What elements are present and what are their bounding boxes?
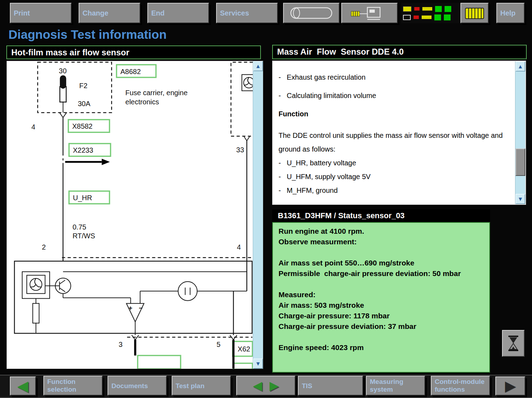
wiring-diagram: 30 F2 30A 4 A8682 Fuse carrier, engine e…: [7, 61, 253, 369]
capsule-tool-button[interactable]: [283, 3, 340, 23]
function-selection-button[interactable]: Function selection: [43, 376, 103, 396]
connector-and-module-icon: [348, 5, 391, 22]
yellow-led: [422, 7, 432, 11]
terminal-30-label: 30: [59, 67, 67, 75]
status-line: Air mass: 503 mg/stroke: [279, 300, 484, 311]
capsule-icon: [288, 6, 335, 20]
pin-3-label: 3: [119, 341, 123, 348]
documents-label: Documents: [111, 382, 148, 390]
status-line: [279, 279, 484, 289]
change-button-label: Change: [82, 9, 108, 17]
pin-chevron: [244, 136, 250, 141]
connector-link-x8582[interactable]: X8582: [68, 120, 110, 132]
page-title: Diagnosis Test information: [8, 27, 167, 42]
pin-2-label: 2: [42, 243, 46, 251]
measuring-cell-symbol: [178, 282, 197, 301]
arrow-up-icon: ▲: [518, 64, 523, 69]
forward-button[interactable]: ▶: [495, 376, 525, 396]
green-led: [434, 14, 441, 20]
status-line: Air mass set point 550…690 mg/stroke: [279, 258, 484, 268]
connector-link-partial[interactable]: [233, 363, 252, 369]
sensor-element: [22, 272, 50, 299]
yellow-connector-icon: [464, 5, 485, 21]
status-line: Measured:: [279, 289, 484, 300]
component-link-a8682[interactable]: A8682: [117, 65, 156, 78]
status-line: Charge-air pressure deviation: 37 mbar: [279, 321, 484, 332]
signal-link-u-hr[interactable]: U_HR: [69, 191, 110, 204]
green-led: [445, 6, 451, 12]
pin-5-label: 5: [216, 341, 220, 348]
back-button[interactable]: ◀: [10, 376, 36, 396]
help-button[interactable]: Help: [496, 3, 525, 23]
fuse-rating-label: 30A: [78, 100, 91, 108]
x8582-label: X8582: [72, 122, 93, 130]
info-text: - Exhaust gas recirculation - Calculatin…: [273, 61, 515, 204]
end-button-label: End: [151, 9, 165, 17]
info-scrollbar-thumb[interactable]: [515, 148, 525, 176]
info-panel-header: Mass Air Flow Sensor DDE 4.0: [272, 45, 527, 59]
diagram-scrollbar-track[interactable]: [253, 71, 263, 359]
documents-button[interactable]: Documents: [108, 376, 167, 396]
diagram-panel-header: Hot-film mass air flow sensor: [6, 45, 261, 59]
print-button-label: Print: [14, 9, 30, 17]
measurement-result-box: Run engine at 4100 rpm. Observe measurme…: [272, 222, 490, 373]
diagnostic-plug-button[interactable]: [460, 3, 489, 23]
svg-text:−: −: [139, 304, 142, 312]
page-forward-arrow-icon: ▶: [270, 381, 279, 390]
info-bullet: - U_HR, battery voltage: [279, 156, 511, 170]
green-led: [444, 14, 451, 20]
wire-size-label: 0.75: [73, 223, 86, 231]
info-bullet: - M_HFM, ground: [279, 184, 511, 197]
pin-4-label: 4: [31, 123, 35, 131]
diagram-scroll-up-button[interactable]: ▲: [253, 61, 263, 71]
diagnosis-screen: Print Change End Services: [0, 0, 532, 398]
info-bullet: - U_HFM, supply voltage 5V: [279, 170, 511, 184]
connection-tool-button[interactable]: [341, 3, 398, 23]
back-arrow-icon: ◀: [18, 379, 28, 393]
fuse-name-label: F2: [79, 82, 87, 90]
info-scrollbar-track[interactable]: [515, 72, 525, 194]
control-module-functions-label: Control-module functions: [435, 378, 486, 393]
status-indicator-row: [401, 6, 459, 12]
info-scrollbar[interactable]: ▲ ▼: [515, 61, 525, 204]
info-bullet: - Exhaust gas recirculation: [279, 71, 511, 84]
info-panel: - Exhaust gas recirculation - Calculatin…: [272, 61, 526, 205]
x2233-label: X2233: [73, 146, 93, 154]
print-button[interactable]: Print: [10, 3, 72, 23]
info-panel-title: Mass Air Flow Sensor DDE 4.0: [277, 47, 404, 56]
test-plan-label: Test plan: [176, 382, 204, 390]
right-component-outline: [231, 62, 253, 136]
connector-mini-icon: [403, 6, 411, 12]
page-back-arrow-icon: ◀: [253, 381, 262, 390]
yellow-led: [422, 16, 432, 19]
diagram-scroll-down-button[interactable]: ▼: [253, 359, 263, 369]
wiring-diagram-panel: 30 F2 30A 4 A8682 Fuse carrier, engine e…: [6, 61, 263, 369]
measuring-system-button[interactable]: Measuring system: [366, 376, 425, 396]
connector-link-partial[interactable]: [137, 355, 181, 369]
services-button[interactable]: Services: [216, 3, 278, 23]
services-button-label: Services: [220, 9, 249, 17]
end-button[interactable]: End: [147, 3, 209, 23]
info-heading-function: Function: [279, 107, 511, 121]
tis-button[interactable]: TIS: [298, 376, 363, 396]
status-line: [279, 247, 484, 258]
help-button-label: Help: [500, 9, 515, 17]
arrow-up-icon: ▲: [255, 63, 261, 69]
status-line: Engine speed: 4023 rpm: [279, 342, 484, 353]
info-scroll-down-button[interactable]: ▼: [515, 194, 525, 204]
module-mini-icon: [403, 15, 411, 20]
info-paragraph: The DDE control unit supplies the mass a…: [279, 129, 511, 156]
arrow-down-icon: ▼: [518, 196, 523, 202]
test-plan-button[interactable]: Test plan: [172, 376, 231, 396]
info-scroll-up-button[interactable]: ▲: [515, 61, 525, 72]
measuring-system-label: Measuring system: [370, 378, 421, 393]
arrow-down-icon: ▼: [255, 361, 261, 367]
status-indicator-panel: [401, 3, 459, 23]
diagram-scrollbar[interactable]: ▲ ▼: [253, 61, 263, 369]
page-back-forward-button[interactable]: ◀ ▶: [236, 376, 295, 396]
function-selection-label: Function selection: [47, 378, 99, 393]
connector-link-x2233[interactable]: X2233: [69, 143, 111, 156]
change-button[interactable]: Change: [79, 3, 140, 23]
component-description-line2: electronics: [126, 98, 159, 106]
control-module-functions-button[interactable]: Control-module functions: [431, 376, 490, 396]
